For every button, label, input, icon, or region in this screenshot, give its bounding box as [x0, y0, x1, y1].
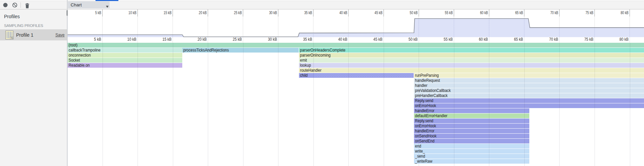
- svg-text:50 kB: 50 kB: [410, 10, 418, 15]
- svg-text:20 kB: 20 kB: [199, 10, 207, 15]
- svg-text:25 kB: 25 kB: [234, 10, 242, 15]
- svg-text:80 kB: 80 kB: [621, 10, 629, 15]
- svg-text:55 kB: 55 kB: [445, 10, 453, 15]
- svg-text:75 kB: 75 kB: [585, 10, 594, 15]
- svg-text:%: %: [10, 36, 13, 39]
- svg-text:25 kB: 25 kB: [233, 37, 242, 42]
- svg-text:10 kB: 10 kB: [127, 37, 137, 42]
- svg-text:65 kB: 65 kB: [514, 37, 523, 42]
- svg-text:35 kB: 35 kB: [303, 37, 312, 42]
- svg-text:80 kB: 80 kB: [619, 37, 629, 42]
- svg-text:5 kB: 5 kB: [95, 10, 101, 15]
- svg-text:45 kB: 45 kB: [375, 10, 383, 15]
- svg-text:10 kB: 10 kB: [128, 10, 137, 15]
- svg-text:35 kB: 35 kB: [304, 10, 312, 15]
- svg-text:65 kB: 65 kB: [515, 10, 523, 15]
- svg-text:20 kB: 20 kB: [198, 37, 207, 42]
- svg-text:30 kB: 30 kB: [269, 10, 277, 15]
- svg-text:60 kB: 60 kB: [479, 37, 488, 42]
- svg-text:30 kB: 30 kB: [268, 37, 277, 42]
- svg-text:50 kB: 50 kB: [409, 37, 418, 42]
- svg-text:55 kB: 55 kB: [444, 37, 453, 42]
- svg-text:15 kB: 15 kB: [164, 10, 172, 15]
- svg-text:70 kB: 70 kB: [550, 10, 558, 15]
- svg-text:45 kB: 45 kB: [373, 37, 382, 42]
- svg-text:70 kB: 70 kB: [549, 37, 558, 42]
- svg-text:75 kB: 75 kB: [584, 37, 594, 42]
- svg-text:60 kB: 60 kB: [480, 10, 488, 15]
- svg-text:5 kB: 5 kB: [94, 37, 102, 42]
- svg-text:40 kB: 40 kB: [339, 10, 347, 15]
- svg-text:15 kB: 15 kB: [162, 37, 172, 42]
- svg-text:40 kB: 40 kB: [338, 37, 347, 42]
